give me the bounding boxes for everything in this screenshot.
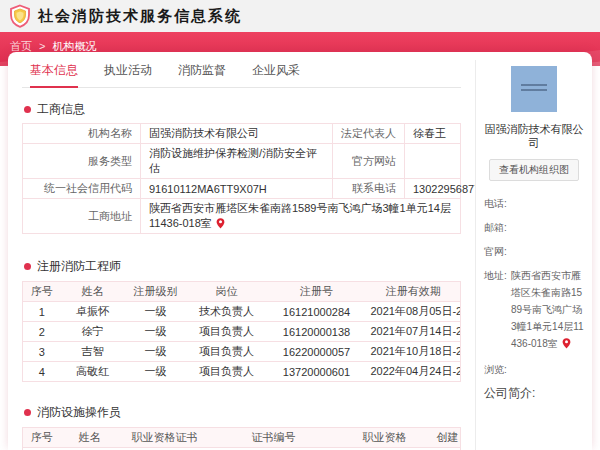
col-header: 注册号 — [267, 282, 367, 302]
list-item: 浏览: — [484, 361, 584, 378]
location-pin-icon[interactable] — [216, 218, 225, 231]
business-info-table: 机构名称 固强消防技术有限公司 法定代表人 徐春王 服务类型 消防设施维护保养检… — [22, 123, 461, 234]
service-type-label: 服务类型 — [23, 144, 141, 179]
breadcrumb-current: 机构概况 — [53, 40, 97, 52]
tab-company-showcase[interactable]: 企业风采 — [252, 62, 300, 87]
phone-label: 联系电话 — [333, 179, 405, 199]
list-item: 官网: — [484, 243, 584, 260]
business-info-title: 工商信息 — [37, 101, 85, 118]
org-name-value: 固强消防技术有限公司 — [141, 124, 333, 144]
app-title: 社会消防技术服务信息系统 — [38, 7, 242, 26]
engineers-table: 序号 姓名 注册级别 岗位 注册号 注册有效期 1卓振怀一级技术负责人16121… — [22, 281, 461, 382]
tab-practice-activity[interactable]: 执业活动 — [104, 62, 152, 87]
table-row: 服务类型 消防设施维护保养检测/消防安全评估 官方网站 — [23, 144, 461, 179]
list-item: 电话: — [484, 195, 584, 212]
operators-title: 消防设施操作员 — [37, 404, 121, 421]
legal-rep-value: 徐春王 — [405, 124, 461, 144]
company-sidebar: 固强消防技术有限公司 查看机构组织图 电话: 邮箱: 官网: 地址: 陕西省西安… — [476, 52, 592, 450]
breadcrumb-separator: > — [39, 40, 45, 52]
location-pin-icon[interactable] — [562, 337, 571, 354]
section-bullet-icon — [24, 263, 31, 270]
col-header: 姓名 — [61, 428, 119, 448]
operators-section-header: 消防设施操作员 — [22, 404, 461, 421]
engineers-title: 注册消防工程师 — [37, 258, 121, 275]
address-label: 工商地址 — [23, 199, 141, 234]
list-item: 地址: 陕西省西安市雁塔区朱雀南路1589号南飞鸿广场3幢1单元14层11436… — [484, 267, 584, 354]
business-info-section-header: 工商信息 — [22, 101, 461, 118]
col-header: 姓名 — [61, 282, 125, 302]
list-item: 邮箱: — [484, 219, 584, 236]
contact-list: 电话: 邮箱: 官网: 地址: 陕西省西安市雁塔区朱雀南路1589号南飞鸿广场3… — [484, 195, 584, 378]
operators-table: 序号 姓名 职业资格证书 证书编号 职业资格 创建日期 1戴文强四级/中级技能1… — [22, 427, 461, 450]
service-type-value: 消防设施维护保养检测/消防安全评估 — [141, 144, 333, 179]
table-row: 1卓振怀一级技术负责人161210002842021年08月05日-2024年0… — [23, 302, 461, 322]
tab-bar: 基本信息 执业活动 消防监督 企业风采 — [22, 62, 461, 88]
main-content: 基本信息 执业活动 消防监督 企业风采 工商信息 机构名称 固强消防技术有限公司… — [8, 52, 475, 450]
company-name: 固强消防技术有限公司 — [484, 122, 584, 151]
company-logo-image — [511, 66, 557, 112]
engineers-section-header: 注册消防工程师 — [22, 258, 461, 275]
col-header: 注册级别 — [125, 282, 187, 302]
view-org-chart-button[interactable]: 查看机构组织图 — [489, 159, 579, 181]
table-header-row: 序号 姓名 注册级别 岗位 注册号 注册有效期 — [23, 282, 461, 302]
credit-code-value: 91610112MA6TT9X07H — [141, 179, 333, 199]
col-header: 证书编号 — [211, 428, 337, 448]
section-bullet-icon — [24, 409, 31, 416]
address-cell: 陕西省西安市雁塔区朱雀南路1589号南飞鸿广场3幢1单元14层11436-018… — [141, 199, 461, 234]
table-row: 3吉智一级项目负责人162200000572021年10月18日-2024年10… — [23, 342, 461, 362]
website-label: 官方网站 — [333, 144, 405, 179]
table-row: 4高敬红一级项目负责人137200006012022年04月24日-2025年0… — [23, 362, 461, 382]
tab-basic-info[interactable]: 基本信息 — [30, 62, 78, 88]
col-header: 序号 — [23, 428, 61, 448]
app-header: 社会消防技术服务信息系统 — [0, 0, 600, 32]
phone-value: 13022956877 — [405, 179, 461, 199]
shield-logo-icon — [8, 4, 32, 28]
breadcrumb-home-link[interactable]: 首页 — [10, 40, 32, 52]
credit-code-label: 统一社会信用代码 — [23, 179, 141, 199]
col-header: 创建日期 — [433, 428, 461, 448]
table-row: 机构名称 固强消防技术有限公司 法定代表人 徐春王 — [23, 124, 461, 144]
main-card: 基本信息 执业活动 消防监督 企业风采 工商信息 机构名称 固强消防技术有限公司… — [8, 52, 592, 450]
breadcrumb: 首页 > 机构概况 — [0, 32, 600, 54]
table-header-row: 序号 姓名 职业资格证书 证书编号 职业资格 创建日期 — [23, 428, 461, 448]
col-header: 职业资格 — [337, 428, 433, 448]
table-row: 2徐宁一级项目负责人161200001382021年07月14日-2024年07… — [23, 322, 461, 342]
col-header: 岗位 — [187, 282, 267, 302]
tab-fire-supervision[interactable]: 消防监督 — [178, 62, 226, 87]
col-header: 职业资格证书 — [119, 428, 211, 448]
col-header: 注册有效期 — [367, 282, 461, 302]
address-value: 陕西省西安市雁塔区朱雀南路1589号南飞鸿广场3幢1单元14层11436-018… — [149, 202, 451, 229]
legal-rep-label: 法定代表人 — [333, 124, 405, 144]
org-name-label: 机构名称 — [23, 124, 141, 144]
sidebar-address: 陕西省西安市雁塔区朱雀南路1589号南飞鸿广场3幢1单元14层11436-018… — [511, 267, 584, 354]
col-header: 序号 — [23, 282, 61, 302]
table-row: 工商地址 陕西省西安市雁塔区朱雀南路1589号南飞鸿广场3幢1单元14层1143… — [23, 199, 461, 234]
section-bullet-icon — [24, 106, 31, 113]
website-value — [405, 144, 461, 179]
table-row: 统一社会信用代码 91610112MA6TT9X07H 联系电话 1302295… — [23, 179, 461, 199]
company-profile-title: 公司简介: — [484, 385, 584, 402]
